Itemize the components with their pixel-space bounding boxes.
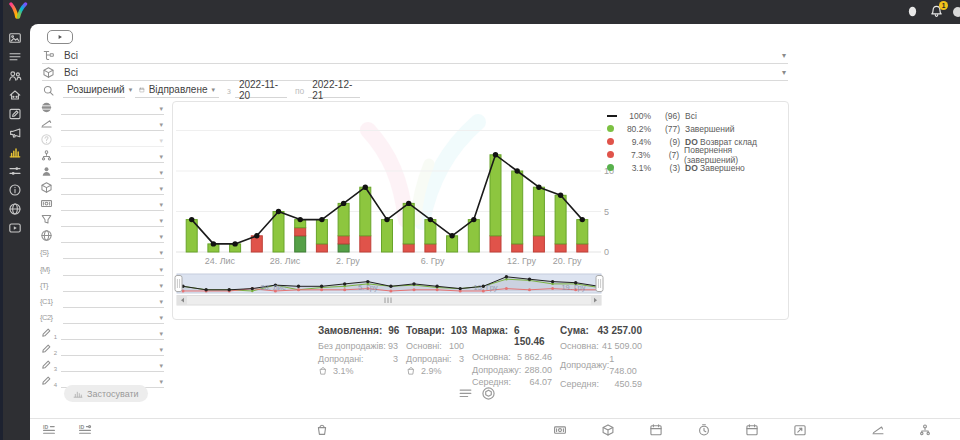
filter-structure-select[interactable]: ▾ [61, 149, 164, 163]
sitemap-icon[interactable] [918, 423, 932, 437]
legend-percent: 7.3% [621, 150, 651, 160]
chart-legend: 100%(96)Всі80.2%(77)Завершений9.4%(9)DO … [607, 109, 787, 174]
notifications-bell-icon[interactable]: 1 [929, 4, 944, 19]
pencil-icon: 3 [40, 358, 53, 371]
chevron-down-icon: ▾ [159, 266, 163, 274]
date-to-value: 2022-12-21 [312, 79, 356, 101]
filter-utm-term-select[interactable]: ▾ [63, 278, 164, 292]
filter-source-select[interactable]: ▾ [61, 229, 164, 243]
legend-item[interactable]: 7.3%(7)Повернення (завершений) [607, 148, 787, 161]
sidebar-item-settings[interactable] [8, 164, 22, 178]
filter-structure[interactable]: ▾ [40, 147, 164, 163]
chevron-down-icon: ▾ [159, 121, 163, 129]
date-to-input[interactable]: 2022-12-21 [308, 82, 360, 98]
filter-utm-term-glyph: {T} [40, 281, 55, 290]
view-list-toggle[interactable] [458, 386, 473, 401]
legend-dot-marker [607, 138, 614, 145]
package-icon[interactable] [601, 423, 615, 437]
stat-value: 6 150.46 [514, 325, 552, 347]
legend-count: (3) [656, 163, 680, 173]
money-icon [40, 197, 53, 210]
legend-percent: 100% [621, 111, 651, 121]
filter-custom-field-1-select[interactable]: ▾ [61, 326, 164, 340]
chevron-down-icon: ▾ [159, 346, 163, 354]
bottom-toolbar: IDID [30, 418, 960, 440]
filter-level-select[interactable]: ▾ [61, 117, 164, 131]
legend-item[interactable]: 100%(96)Всі [607, 109, 787, 122]
filter-custom-field-2[interactable]: 2▾ [40, 340, 164, 356]
filter-manager-select[interactable]: ▾ [61, 165, 164, 179]
funnel-icon [40, 213, 53, 226]
filter-utm-medium-select[interactable]: ▾ [63, 262, 164, 276]
filter-payment-select[interactable]: ▾ [61, 197, 164, 211]
svg-text:ID: ID [79, 424, 84, 430]
filter-utm-content-2[interactable]: {C2}▾ [40, 308, 164, 324]
app-logo-icon[interactable] [7, 2, 29, 22]
apply-filters-button[interactable]: Застосувати [64, 385, 148, 402]
filter-utm-source[interactable]: {S}▾ [40, 243, 164, 259]
filter-level[interactable]: ▾ [40, 115, 164, 131]
chevron-down-icon: ▾ [159, 282, 163, 290]
legend-item[interactable]: 80.2%(77)Завершений [607, 122, 787, 135]
date-from-input[interactable]: 2022-11-20 [235, 82, 287, 98]
view-products-toggle[interactable] [481, 386, 496, 401]
filter-manager[interactable]: ▾ [40, 163, 164, 179]
sidebar-item-video[interactable] [8, 221, 22, 235]
sidebar-item-media[interactable] [8, 31, 22, 45]
sidebar-item-info[interactable] [8, 183, 22, 197]
filter-country[interactable]: ▾ [40, 99, 164, 115]
chevron-down-icon: ▾ [159, 201, 163, 209]
person-icon [40, 165, 53, 178]
svg-text:5. Гру: 5. Гру [358, 283, 378, 292]
stat-row-value: 1 748.00 [609, 353, 642, 378]
filter-product[interactable]: ▾ [40, 179, 164, 195]
profile-circle[interactable] [953, 7, 960, 17]
filter-custom-field-1[interactable]: 1▾ [40, 324, 164, 340]
filter-source[interactable]: ▾ [40, 227, 164, 243]
sidebar-item-web[interactable] [8, 202, 22, 216]
money-icon[interactable] [553, 423, 567, 437]
filter-custom-field-3[interactable]: 3▾ [40, 356, 164, 372]
filter-funnel[interactable]: ▾ [40, 211, 164, 227]
globe_dark-icon [40, 101, 53, 114]
sidebar-item-users[interactable] [8, 69, 22, 83]
avatar[interactable] [905, 4, 920, 19]
filter-custom-field-2-select[interactable]: ▾ [61, 342, 164, 356]
filter-utm-content-2-select[interactable]: ▾ [63, 310, 164, 324]
legend-count: (7) [655, 150, 679, 160]
apply-button-label: Застосувати [87, 389, 139, 399]
id-list-icon[interactable]: ID [42, 423, 56, 437]
filter-utm-medium[interactable]: {M}▾ [40, 260, 164, 276]
sidebar-item-ads[interactable] [8, 107, 22, 121]
stopwatch-icon[interactable] [697, 423, 711, 437]
sidebar-item-statistics[interactable] [8, 145, 22, 159]
sidebar-item-campaigns[interactable] [8, 126, 22, 140]
filter-utm-content-1-select[interactable]: ▾ [63, 294, 164, 308]
filter-status[interactable]: ▾ [40, 131, 164, 147]
id-status-icon[interactable]: ID [78, 423, 92, 437]
legend-dot-marker [607, 125, 614, 132]
level-icon[interactable] [871, 423, 885, 437]
calendar-alt-icon[interactable] [745, 423, 759, 437]
filter-status-select[interactable]: ▾ [61, 133, 164, 147]
chevron-down-icon: ▾ [159, 362, 163, 370]
filter-utm-content-1[interactable]: {C1}▾ [40, 292, 164, 308]
chevron-down-icon: ▾ [211, 86, 215, 94]
date-from-label: з [227, 86, 231, 96]
sidebar-item-company[interactable] [8, 88, 22, 102]
filter-country-select[interactable]: ▾ [61, 101, 164, 115]
legend-count: (9) [656, 137, 680, 147]
filter-utm-source-select[interactable]: ▾ [63, 245, 164, 259]
filter-custom-field-3-select[interactable]: ▾ [61, 358, 164, 372]
filter-funnel-select[interactable]: ▾ [61, 213, 164, 227]
filter-payment[interactable]: ▾ [40, 195, 164, 211]
date-from-value: 2022-11-20 [239, 79, 283, 101]
calendar-icon[interactable] [649, 423, 663, 437]
legend-percent: 9.4% [621, 137, 651, 147]
filter-utm-term[interactable]: {T}▾ [40, 276, 164, 292]
calendar-export-icon[interactable] [793, 423, 807, 437]
window-edge [0, 0, 3, 440]
sidebar-item-lists[interactable] [8, 50, 22, 64]
filter-product-select[interactable]: ▾ [61, 181, 164, 195]
cup-icon[interactable] [315, 423, 329, 437]
